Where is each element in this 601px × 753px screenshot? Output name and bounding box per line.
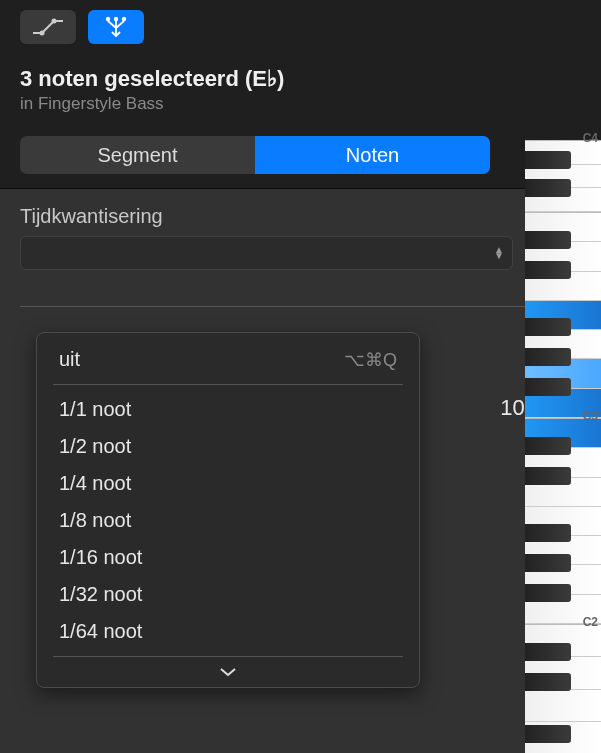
piano-octave [525, 624, 601, 753]
svg-point-4 [122, 17, 126, 21]
piano-black-key[interactable] [525, 524, 571, 542]
tab-bar: Segment Noten [20, 136, 490, 174]
menu-item-label: 1/64 noot [59, 620, 142, 643]
piano-black-key[interactable] [525, 348, 571, 366]
piano-black-key[interactable] [525, 261, 571, 279]
menu-item-1-2[interactable]: 1/2 noot [37, 428, 419, 465]
midi-merge-button[interactable] [88, 10, 144, 44]
piano-keyboard[interactable]: C4 C3 C2 [525, 140, 601, 753]
tab-bar-container: Segment Noten [0, 126, 601, 189]
inspector-header: 3 noten geselecteerd (E♭) in Fingerstyle… [0, 52, 601, 126]
menu-item-off[interactable]: uit ⌥⌘Q [37, 341, 419, 378]
divider [20, 306, 581, 307]
piano-octave: C3 [525, 212, 601, 418]
piano-black-key[interactable] [525, 231, 571, 249]
automation-tool-button[interactable] [20, 10, 76, 44]
menu-item-label: 1/8 noot [59, 509, 131, 532]
svg-point-0 [40, 31, 45, 36]
menu-item-1-64[interactable]: 1/64 noot [37, 613, 419, 650]
time-quantize-label: Tijdkwantisering [20, 205, 581, 228]
inspector-body: Tijdkwantisering ▲▼ Q [0, 189, 601, 307]
quantize-menu: uit ⌥⌘Q 1/1 noot 1/2 noot 1/4 noot 1/8 n… [36, 332, 420, 688]
menu-scroll-down[interactable] [37, 663, 419, 687]
menu-item-1-8[interactable]: 1/8 noot [37, 502, 419, 539]
piano-black-key[interactable] [525, 179, 571, 197]
popup-stepper-icon: ▲▼ [494, 247, 504, 259]
piano-black-key[interactable] [525, 437, 571, 455]
piano-black-key[interactable] [525, 584, 571, 602]
quantize-row: ▲▼ Q [20, 236, 581, 270]
quantize-popup[interactable]: ▲▼ [20, 236, 513, 270]
svg-point-2 [106, 17, 110, 21]
piano-black-key[interactable] [525, 378, 571, 396]
menu-item-1-4[interactable]: 1/4 noot [37, 465, 419, 502]
automation-curve-icon [32, 18, 64, 36]
svg-point-3 [114, 17, 118, 21]
piano-black-key[interactable] [525, 554, 571, 572]
track-name: in Fingerstyle Bass [20, 94, 581, 114]
piano-black-key[interactable] [525, 467, 571, 485]
menu-item-label: 1/4 noot [59, 472, 131, 495]
menu-item-1-1[interactable]: 1/1 noot [37, 391, 419, 428]
menu-item-label: 1/32 noot [59, 583, 142, 606]
piano-octave: C2 [525, 418, 601, 624]
tab-notes[interactable]: Noten [255, 136, 490, 174]
octave-label-c2: C2 [583, 615, 598, 629]
menu-item-label: 1/2 noot [59, 435, 131, 458]
menu-item-label: uit [59, 348, 80, 371]
selection-title: 3 noten geselecteerd (E♭) [20, 66, 581, 92]
piano-black-key[interactable] [525, 643, 571, 661]
menu-item-shortcut: ⌥⌘Q [344, 349, 397, 371]
piano-octave: C4 [525, 140, 601, 212]
menu-item-1-32[interactable]: 1/32 noot [37, 576, 419, 613]
piano-black-key[interactable] [525, 151, 571, 169]
tab-segment[interactable]: Segment [20, 136, 255, 174]
chevron-down-icon [219, 667, 237, 677]
menu-separator [53, 384, 403, 385]
menu-item-label: 1/16 noot [59, 546, 142, 569]
midi-funnel-icon [104, 16, 128, 38]
octave-label-c3: C3 [583, 409, 598, 423]
top-toolbar [0, 0, 601, 52]
menu-item-label: 1/1 noot [59, 398, 131, 421]
menu-item-1-16[interactable]: 1/16 noot [37, 539, 419, 576]
svg-point-1 [52, 19, 57, 24]
piano-black-key[interactable] [525, 318, 571, 336]
piano-black-key[interactable] [525, 673, 571, 691]
menu-separator [53, 656, 403, 657]
octave-label-c4: C4 [583, 131, 598, 145]
piano-black-key[interactable] [525, 725, 571, 743]
